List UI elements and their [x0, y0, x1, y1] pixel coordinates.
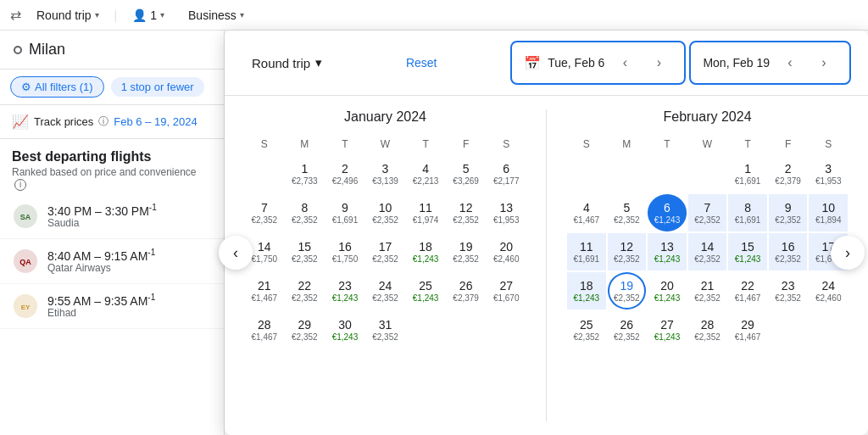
all-filters-button[interactable]: ⚙ All filters (1) [10, 76, 104, 98]
day-number: 13 [660, 240, 674, 254]
january-calendar: January 2024 SMTWTFS1€2,7332€2,4963€3,13… [225, 96, 546, 435]
return-next-button[interactable]: › [810, 49, 837, 76]
calendar-day[interactable]: 23€2,352 [769, 272, 808, 310]
day-number: 14 [701, 240, 715, 254]
calendar-day[interactable]: 29€2,352 [286, 311, 325, 349]
calendar-day[interactable]: 9€2,352 [769, 194, 808, 231]
day-header: T [728, 135, 767, 153]
calendar-day[interactable]: 15€1,243 [728, 233, 767, 270]
departure-prev-button[interactable]: ‹ [611, 49, 638, 76]
date-selector: 📅 Tue, Feb 6 ‹ › Mon, Feb 19 ‹ › [510, 41, 851, 85]
reset-label: Reset [406, 56, 437, 70]
calendar-day[interactable]: 26€2,379 [447, 272, 486, 310]
day-number: 26 [459, 279, 473, 293]
calendar-day[interactable]: 1€2,733 [286, 155, 325, 192]
origin-input[interactable] [29, 41, 225, 59]
trip-type-label: Round trip [36, 8, 92, 22]
day-header: F [447, 135, 486, 153]
calendar-day[interactable]: 17€2,352 [366, 233, 405, 270]
calendar-day [567, 155, 606, 192]
calendar-day[interactable]: 11€1,691 [567, 233, 606, 270]
prev-month-button[interactable]: ‹ [219, 236, 253, 270]
day-price: €2,177 [493, 176, 520, 186]
calendar-day[interactable]: 8€1,691 [728, 194, 767, 231]
day-price: €2,460 [493, 254, 520, 264]
calendar-day[interactable]: 22€2,352 [286, 272, 325, 310]
calendar-day[interactable]: 10€1,894 [809, 194, 848, 231]
calendar-trip-type-button[interactable]: Round trip ▾ [242, 50, 332, 75]
calendar-day[interactable]: 5€2,352 [608, 194, 647, 231]
calendar-day[interactable]: 11€1,974 [406, 194, 445, 231]
calendar-day[interactable]: 9€1,691 [326, 194, 364, 231]
calendar-day[interactable]: 19€2,352 [608, 272, 647, 310]
return-prev-button[interactable]: ‹ [776, 49, 804, 76]
day-price: €2,733 [292, 176, 318, 186]
calendar-day[interactable]: 27€1,670 [487, 272, 526, 310]
calendar-day[interactable]: 28€1,467 [245, 311, 284, 349]
calendar-day[interactable]: 31€2,352 [366, 311, 405, 349]
calendar-day[interactable]: 15€2,352 [286, 233, 325, 270]
calendar-day[interactable]: 19€2,352 [447, 233, 486, 270]
calendar-day[interactable]: 21€1,467 [245, 272, 284, 310]
departure-next-button[interactable]: › [645, 49, 672, 76]
calendar-day[interactable]: 7€2,352 [245, 194, 284, 231]
day-price: €1,691 [735, 176, 761, 186]
day-number: 15 [298, 240, 312, 254]
calendar-day[interactable]: 3€3,139 [366, 155, 405, 192]
calendar-day[interactable]: 25€1,243 [406, 272, 445, 310]
departure-date-box[interactable]: 📅 Tue, Feb 6 ‹ › [510, 41, 686, 85]
calendar-day[interactable]: 22€1,467 [728, 272, 767, 310]
calendar-day[interactable]: 28€2,352 [688, 311, 727, 349]
day-number: 20 [499, 240, 513, 254]
calendar-day[interactable]: 1€1,691 [728, 155, 767, 192]
calendar-day[interactable]: 27€1,243 [648, 311, 687, 349]
calendars-container: January 2024 SMTWTFS1€2,7332€2,4963€3,13… [225, 96, 868, 435]
flight-item[interactable]: SA 3:40 PM – 3:30 PM-1 Saudia [0, 194, 224, 239]
calendar-day[interactable]: 8€2,352 [286, 194, 325, 231]
calendar-day[interactable]: 23€1,243 [326, 272, 364, 310]
day-price: €2,352 [775, 254, 801, 264]
calendar-day[interactable]: 20€1,243 [648, 272, 687, 310]
next-month-button[interactable]: › [831, 236, 865, 270]
calendar-day[interactable]: 12€2,352 [447, 194, 486, 231]
stop-filter-button[interactable]: 1 stop or fewer [111, 77, 204, 97]
trip-type-button[interactable]: Round trip ▾ [28, 5, 108, 25]
flight-item[interactable]: QA 8:40 AM – 9:15 AM-1 Qatar Airways [0, 239, 224, 284]
calendar-day[interactable]: 6€1,243 [648, 194, 687, 231]
calendar-day[interactable]: 25€2,352 [567, 311, 606, 349]
calendar-day[interactable]: 26€2,352 [608, 311, 647, 349]
calendar-day[interactable]: 20€2,460 [487, 233, 526, 270]
day-price: €2,352 [614, 332, 640, 342]
calendar-day[interactable]: 4€2,213 [406, 155, 445, 192]
calendar-day[interactable]: 14€2,352 [688, 233, 727, 270]
calendar-day[interactable]: 18€1,243 [406, 233, 445, 270]
calendar-day[interactable]: 10€2,352 [366, 194, 405, 231]
flight-item[interactable]: EY 9:55 AM – 9:35 AM-1 Etihad [0, 284, 224, 329]
day-header: S [245, 135, 284, 153]
calendar-day[interactable]: 5€3,269 [447, 155, 486, 192]
calendar-day[interactable]: 3€1,953 [809, 155, 848, 192]
calendar-day[interactable]: 21€2,352 [688, 272, 727, 310]
calendar-day[interactable]: 16€1,750 [326, 233, 364, 270]
calendar-day[interactable]: 30€1,243 [326, 311, 364, 349]
passengers-button[interactable]: 👤 1 ▾ [124, 5, 173, 25]
calendar-day[interactable]: 12€2,352 [608, 233, 647, 270]
calendar-day[interactable]: 6€2,177 [487, 155, 526, 192]
day-number: 19 [459, 240, 473, 254]
cabin-class-button[interactable]: Business ▾ [180, 5, 253, 25]
calendar-day[interactable]: 13€1,243 [648, 233, 687, 270]
day-price: €1,467 [735, 332, 761, 342]
reset-button[interactable]: Reset [392, 51, 451, 75]
return-date-box[interactable]: Mon, Feb 19 ‹ › [689, 41, 851, 85]
calendar-day[interactable]: 18€1,243 [567, 272, 606, 310]
calendar-day[interactable]: 7€2,352 [688, 194, 727, 231]
calendar-day[interactable]: 2€2,379 [769, 155, 808, 192]
calendar-day[interactable]: 24€2,460 [809, 272, 848, 310]
calendar-day[interactable]: 13€1,953 [487, 194, 526, 231]
calendar-day[interactable]: 24€2,352 [366, 272, 405, 310]
day-number: 17 [379, 240, 392, 254]
calendar-day[interactable]: 16€2,352 [769, 233, 808, 270]
calendar-day[interactable]: 2€2,496 [326, 155, 364, 192]
calendar-day[interactable]: 4€1,467 [567, 194, 606, 231]
calendar-day[interactable]: 29€1,467 [728, 311, 767, 349]
